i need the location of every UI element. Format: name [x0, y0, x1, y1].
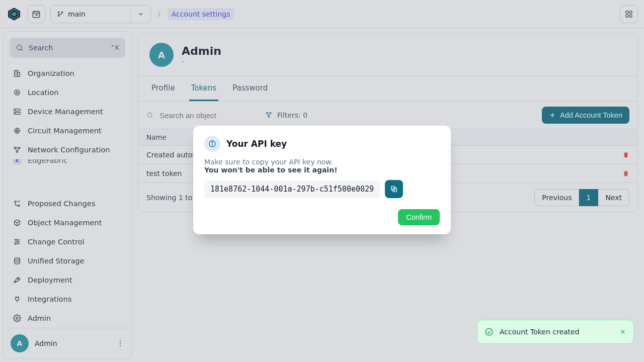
toast-message: Account Token created: [500, 328, 580, 336]
copy-button[interactable]: [385, 180, 403, 198]
svg-point-60: [486, 328, 493, 335]
modal-title: Your API key: [226, 139, 287, 149]
copy-icon: [390, 185, 398, 193]
check-circle-icon: [485, 327, 494, 336]
toast: Account Token created: [477, 320, 634, 344]
api-key-modal: Your API key Make sure to copy your API …: [193, 126, 451, 234]
modal-line-1: Make sure to copy your API key now.: [204, 158, 440, 166]
confirm-button[interactable]: Confirm: [398, 209, 440, 225]
svg-point-57: [212, 142, 212, 142]
modal-line-2: You won't be able to see it again!: [204, 166, 440, 174]
toast-close-button[interactable]: [619, 328, 626, 335]
info-icon: [204, 136, 220, 152]
modal-overlay[interactable]: Your API key Make sure to copy your API …: [0, 0, 644, 362]
close-icon: [619, 328, 626, 335]
api-key-value[interactable]: 181e8762-1044-001a-297b-c51f500e0029: [204, 180, 380, 198]
